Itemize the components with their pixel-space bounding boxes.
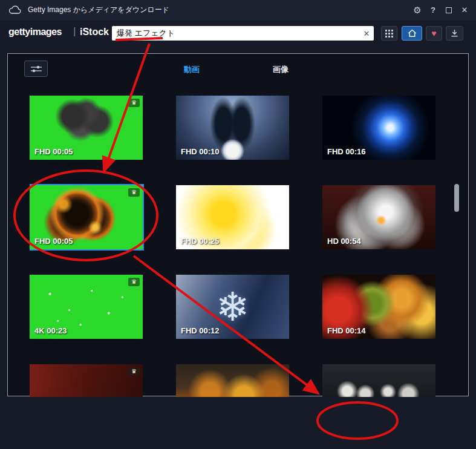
search-input[interactable]	[112, 26, 359, 41]
favorites-heart-button[interactable]: ♥	[426, 26, 442, 41]
logo-separator: |	[73, 25, 76, 38]
grid-view-button[interactable]	[381, 26, 397, 41]
help-icon[interactable]: ?	[425, 2, 441, 18]
video-thumbnail[interactable]: HD 00:54	[322, 185, 435, 249]
close-icon[interactable]: ✕	[457, 2, 472, 18]
window-title: Getty Images からメディアをダウンロード	[28, 5, 169, 15]
getty-download-window: Getty Images からメディアをダウンロード ⚙ ? ✕ gettyim…	[0, 0, 476, 449]
video-duration-label: FHD 00:25	[181, 237, 220, 246]
video-duration-label: FHD 00:10	[181, 147, 220, 156]
filter-sliders-icon	[30, 65, 42, 73]
video-duration-label: 4K 00:23	[34, 326, 67, 335]
video-thumbnail[interactable]: FHD 00:25	[176, 185, 289, 249]
titlebar: Getty Images からメディアをダウンロード ⚙ ? ✕	[0, 0, 476, 20]
premium-crown-icon: ♛	[128, 278, 140, 286]
premium-crown-icon: ♛	[128, 188, 140, 197]
video-thumbnail[interactable]: FHD 00:14	[322, 275, 435, 339]
video-thumbnail[interactable]	[322, 364, 435, 397]
video-thumbnail[interactable]: FHD 00:16	[322, 96, 435, 160]
premium-crown-icon: ♛	[128, 99, 140, 107]
video-duration-label: FHD 00:14	[327, 326, 366, 335]
heart-icon: ♥	[431, 29, 436, 38]
scrollbar-thumb[interactable]	[454, 184, 459, 212]
cloud-icon	[8, 5, 22, 15]
filter-button[interactable]	[24, 61, 48, 77]
home-button[interactable]	[402, 26, 422, 41]
tab-image[interactable]: 画像	[273, 64, 289, 75]
search-box: ✕	[112, 26, 374, 41]
download-icon	[451, 29, 458, 38]
video-duration-label: FHD 00:16	[327, 147, 366, 156]
video-duration-label: HD 00:54	[327, 237, 361, 246]
maximize-icon[interactable]	[441, 2, 457, 18]
video-thumbnail[interactable]: ♛FHD 00:05	[30, 96, 143, 160]
thumbnail-grid: ♛FHD 00:05FHD 00:10FHD 00:16♛FHD 00:05FH…	[30, 96, 435, 397]
maximize-box	[446, 7, 452, 13]
media-panel: 動画 画像 ♛FHD 00:05FHD 00:10FHD 00:16♛FHD 0…	[7, 53, 469, 396]
home-icon	[408, 29, 417, 38]
footer: ‹ › / 35 ダウンロード FHD 1080p▼	[0, 396, 476, 449]
istock-logo: iStock	[80, 27, 109, 38]
premium-crown-icon: ♛	[128, 367, 140, 376]
video-thumbnail[interactable]: ♛4K 00:23	[30, 275, 143, 339]
gettyimages-logo: gettyimages	[8, 27, 62, 38]
video-thumbnail[interactable]	[176, 364, 289, 397]
video-duration-label: FHD 00:05	[34, 147, 73, 156]
downloads-button[interactable]	[446, 26, 463, 41]
tab-video[interactable]: 動画	[184, 64, 200, 75]
video-thumbnail[interactable]: FHD 00:12	[176, 275, 289, 339]
video-duration-label: FHD 00:12	[181, 326, 220, 335]
video-duration-label: FHD 00:05	[34, 237, 73, 246]
settings-gear-icon[interactable]: ⚙	[409, 2, 425, 18]
video-thumbnail[interactable]: ♛	[30, 364, 143, 397]
clear-search-icon[interactable]: ✕	[359, 29, 374, 38]
video-thumbnail[interactable]: FHD 00:10	[176, 96, 289, 160]
video-thumbnail[interactable]: ♛FHD 00:05	[30, 185, 143, 249]
grid-icon	[385, 30, 393, 38]
